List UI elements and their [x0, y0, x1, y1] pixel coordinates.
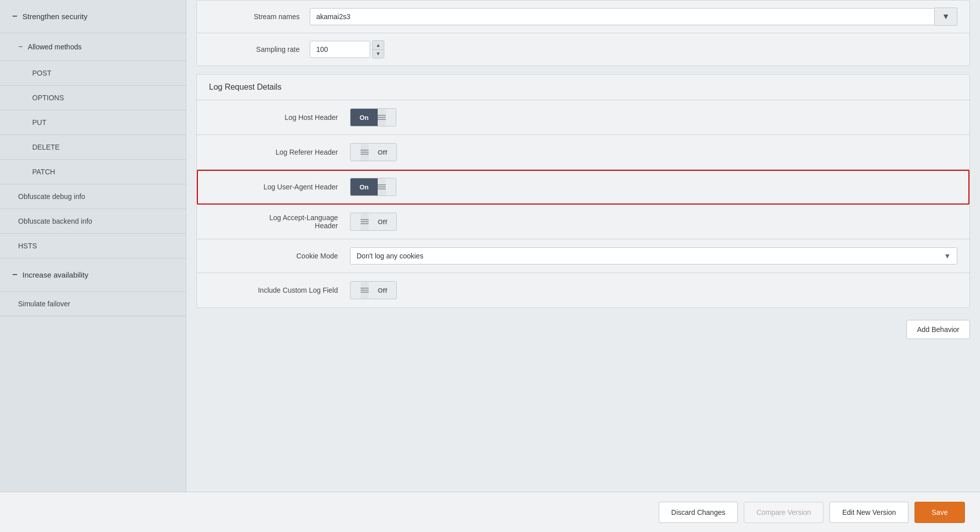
stream-names-label: Stream names	[209, 13, 310, 21]
bottom-toolbar: Discard Changes Compare Version Edit New…	[0, 492, 980, 532]
log-host-header-row: Log Host Header On	[197, 100, 969, 135]
stream-names-input[interactable]	[310, 8, 935, 25]
sampling-rate-input[interactable]	[310, 41, 370, 58]
sidebar-item-label-hsts: HSTS	[18, 242, 37, 250]
main-layout: − Strengthen security − Allowed methods …	[0, 0, 980, 492]
sampling-rate-label: Sampling rate	[209, 45, 310, 53]
sidebar-item-label-post: POST	[32, 69, 51, 77]
chevron-down-icon: ▼	[942, 12, 950, 21]
sampling-rate-up-btn[interactable]: ▲	[372, 40, 384, 49]
log-referer-header-off-btn[interactable]: Off	[369, 144, 396, 161]
stream-names-row: Stream names ▼	[197, 1, 969, 33]
log-referer-header-divider	[361, 150, 369, 155]
sidebar-item-patch[interactable]: PATCH	[0, 160, 186, 184]
sampling-rate-down-btn[interactable]: ▼	[372, 49, 384, 58]
sidebar-item-obfuscate-debug[interactable]: Obfuscate debug info	[0, 184, 186, 209]
log-accept-language-header-on-btn[interactable]	[351, 213, 361, 230]
sidebar-item-label-patch: PATCH	[32, 168, 55, 176]
sidebar-item-delete[interactable]: DELETE	[0, 135, 186, 160]
sidebar-item-hsts[interactable]: HSTS	[0, 234, 186, 258]
include-custom-log-field-off-btn[interactable]: Off	[369, 282, 396, 299]
log-accept-language-header-label: Log Accept-LanguageHeader	[209, 214, 350, 230]
sidebar-section-strengthen-security: − Strengthen security − Allowed methods …	[0, 0, 186, 258]
sidebar-item-label-simulate-failover: Simulate failover	[18, 300, 71, 308]
log-request-details-card: Log Request Details Log Host Header On L…	[196, 74, 970, 308]
log-referer-header-toggle[interactable]: Off	[350, 143, 397, 161]
cookie-mode-dropdown[interactable]: Don't log any cookies ▼	[350, 247, 957, 264]
sidebar: − Strengthen security − Allowed methods …	[0, 0, 186, 492]
log-user-agent-header-label: Log User-Agent Header	[209, 183, 350, 191]
sampling-rate-control: ▲ ▼	[310, 40, 957, 58]
sidebar-item-post[interactable]: POST	[0, 61, 186, 86]
discard-changes-button[interactable]: Discard Changes	[659, 502, 738, 523]
sidebar-item-options[interactable]: OPTIONS	[0, 86, 186, 110]
sidebar-item-label-options: OPTIONS	[32, 94, 64, 102]
log-accept-language-header-row: Log Accept-LanguageHeader Off	[197, 205, 969, 239]
log-user-agent-header-off-btn[interactable]	[386, 178, 396, 195]
log-host-header-on-btn[interactable]: On	[351, 109, 378, 126]
compare-version-button: Compare Version	[744, 502, 823, 523]
sidebar-item-label-delete: DELETE	[32, 143, 59, 151]
include-custom-log-field-on-btn[interactable]	[351, 282, 361, 299]
collapse-strengthen-security-icon: −	[12, 11, 18, 22]
sidebar-section-increase-availability: − Increase availability Simulate failove…	[0, 258, 186, 316]
content-area: Stream names ▼ Sampling rate	[186, 0, 980, 353]
cookie-mode-row: Cookie Mode Don't log any cookies ▼	[197, 239, 969, 273]
sidebar-item-put[interactable]: PUT	[0, 110, 186, 135]
cookie-mode-value: Don't log any cookies	[357, 252, 944, 260]
sidebar-section-header-strengthen-security[interactable]: − Strengthen security	[0, 0, 186, 33]
add-behavior-area: Add Behavior	[196, 316, 970, 343]
add-behavior-button[interactable]: Add Behavior	[906, 320, 970, 339]
sidebar-item-simulate-failover[interactable]: Simulate failover	[0, 292, 186, 316]
log-host-header-off-btn[interactable]	[386, 109, 396, 126]
save-button[interactable]: Save	[915, 502, 965, 523]
sidebar-subsection-label-allowed-methods: Allowed methods	[28, 43, 82, 51]
cookie-mode-label: Cookie Mode	[209, 252, 350, 260]
log-request-details-header: Log Request Details	[197, 75, 969, 100]
log-accept-language-header-toggle[interactable]: Off	[350, 213, 397, 231]
sidebar-item-label-obfuscate-debug: Obfuscate debug info	[18, 192, 85, 201]
sampling-rate-row: Sampling rate ▲ ▼	[197, 33, 969, 65]
log-referer-header-label: Log Referer Header	[209, 148, 350, 156]
log-user-agent-header-row: Log User-Agent Header On	[197, 170, 969, 205]
log-referer-header-on-btn[interactable]	[351, 144, 361, 161]
include-custom-log-field-row: Include Custom Log Field Off	[197, 273, 969, 307]
include-custom-log-field-toggle[interactable]: Off	[350, 281, 397, 299]
log-host-header-label: Log Host Header	[209, 113, 350, 121]
collapse-increase-availability-icon: −	[12, 270, 18, 280]
log-accept-language-header-label-text: Log Accept-LanguageHeader	[269, 214, 338, 230]
collapse-allowed-methods-icon: −	[18, 42, 23, 51]
edit-new-version-button[interactable]: Edit New Version	[829, 502, 908, 523]
sidebar-item-obfuscate-backend[interactable]: Obfuscate backend info	[0, 209, 186, 234]
log-accept-language-header-off-btn[interactable]: Off	[369, 213, 396, 230]
sidebar-item-label-obfuscate-backend: Obfuscate backend info	[18, 217, 92, 225]
sidebar-section-label-strengthen-security: Strengthen security	[23, 12, 88, 21]
include-custom-log-field-divider	[361, 288, 369, 293]
cookie-mode-dropdown-arrow-icon: ▼	[944, 252, 951, 260]
sidebar-section-label-increase-availability: Increase availability	[23, 271, 89, 279]
stream-names-dropdown-btn[interactable]: ▼	[935, 8, 957, 26]
log-host-header-toggle[interactable]: On	[350, 108, 396, 126]
log-referer-header-row: Log Referer Header Off	[197, 135, 969, 170]
log-host-header-divider	[378, 115, 386, 120]
main-content: Stream names ▼ Sampling rate	[186, 0, 980, 492]
sampling-rate-spinner: ▲ ▼	[372, 40, 384, 58]
sidebar-subsection-header-allowed-methods[interactable]: − Allowed methods	[0, 33, 186, 61]
sidebar-section-header-increase-availability[interactable]: − Increase availability	[0, 258, 186, 292]
log-user-agent-header-on-btn[interactable]: On	[351, 178, 378, 195]
log-accept-language-header-divider	[361, 219, 369, 224]
stream-settings-card: Stream names ▼ Sampling rate	[196, 0, 970, 66]
stream-names-input-wrapper: ▼	[310, 8, 957, 26]
log-user-agent-header-divider	[378, 184, 386, 189]
sidebar-item-label-put: PUT	[32, 118, 46, 126]
stream-names-control: ▼	[310, 8, 957, 26]
include-custom-log-field-label: Include Custom Log Field	[209, 286, 350, 294]
log-user-agent-header-toggle[interactable]: On	[350, 178, 396, 196]
